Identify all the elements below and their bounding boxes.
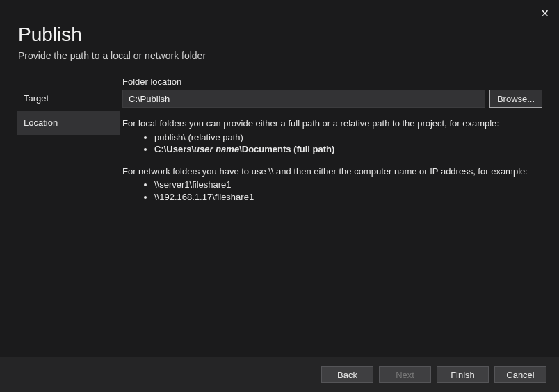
finish-button[interactable]: Finish [437,366,489,383]
help-network-example-2: \\192.168.1.17\fileshare1 [154,191,542,204]
help-local-intro: For local folders you can provide either… [122,117,542,130]
content-pane: Folder location Browse... For local fold… [120,76,542,213]
help-local-example-1: publish\ (relative path) [154,131,542,144]
help-text: For local folders you can provide either… [122,117,542,203]
help-local-example-2: C:\Users\user name\Documents (full path) [154,143,542,156]
help-network-intro: For network folders you have to use \\ a… [122,165,542,178]
cancel-button[interactable]: Cancel [494,366,546,383]
back-button[interactable]: Back [321,366,373,383]
wizard-steps: Target Location [17,76,120,213]
page-subtitle: Provide the path to a local or network f… [18,50,541,61]
page-title: Publish [18,24,541,46]
header: Publish Provide the path to a local or n… [0,0,559,67]
step-target[interactable]: Target [17,86,120,111]
wizard-footer: Back Next Finish Cancel [0,357,559,392]
step-location[interactable]: Location [17,111,120,135]
browse-button[interactable]: Browse... [489,90,542,108]
folder-location-input[interactable] [122,90,485,108]
help-network-example-1: \\server1\fileshare1 [154,179,542,191]
folder-location-label: Folder location [122,76,542,87]
next-button: Next [379,366,431,383]
close-icon[interactable]: ✕ [540,8,551,19]
